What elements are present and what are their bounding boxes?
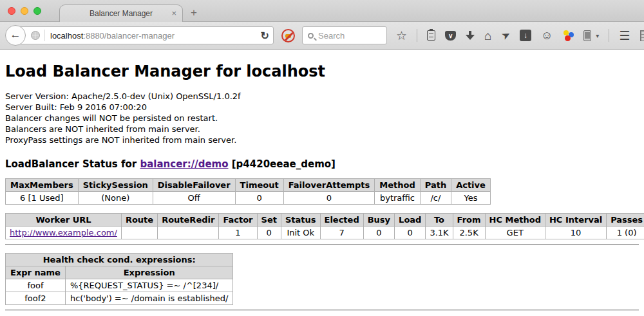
url-bar[interactable]: localhost:8880/balancer-manager ↻ xyxy=(15,26,274,44)
col-header-expr-name: Expr name xyxy=(6,266,66,279)
balancer-demo-link[interactable]: balancer://demo xyxy=(140,158,228,170)
worker-table: Worker URL Route RouteRedir Factor Set S… xyxy=(5,213,644,239)
section-divider xyxy=(5,244,639,245)
balancer-status-heading: LoadBalancer Status for balancer://demo … xyxy=(5,158,639,170)
cell-routeredir xyxy=(158,227,219,239)
col-header-routeredir: RouteRedir xyxy=(158,214,219,227)
reload-icon[interactable]: ↻ xyxy=(261,30,269,42)
col-header-to: To xyxy=(426,214,453,227)
cell-from: 2.5K xyxy=(453,227,485,239)
table-row: http://www.example.com/ 1 0 Init Ok 7 0 … xyxy=(6,227,644,239)
col-header-status: Status xyxy=(281,214,320,227)
back-arrow-icon: ← xyxy=(10,28,21,41)
table-row: 6 [1 Used] (None) Off 0 0 bytraffic /c/ … xyxy=(6,192,491,205)
col-header-hc-method: HC Method xyxy=(485,214,545,227)
page-bottom-divider xyxy=(5,310,639,311)
cell-method: bytraffic xyxy=(375,192,420,205)
device-extension-icon[interactable] xyxy=(583,30,591,41)
back-button[interactable]: ← xyxy=(5,25,26,46)
col-header-worker-url: Worker URL xyxy=(6,214,122,227)
close-window-button[interactable] xyxy=(8,7,15,15)
url-host: localhost xyxy=(50,31,83,41)
browser-tab[interactable]: Balancer Manager × xyxy=(59,5,183,22)
col-header-disablefailover: DisableFailover xyxy=(153,179,235,192)
cell-busy: 0 xyxy=(363,227,394,239)
col-header-failoverattempts: FailoverAttempts xyxy=(283,179,375,192)
col-header-active: Active xyxy=(451,179,491,192)
search-input[interactable] xyxy=(318,31,376,41)
hamburger-menu-icon[interactable]: ☰ xyxy=(619,30,630,42)
titlebar: Balancer Manager × + xyxy=(0,0,644,22)
content-blocked-icon[interactable] xyxy=(281,29,295,42)
col-header-elected: Elected xyxy=(320,214,363,227)
url-path: :8880/balancer-manager xyxy=(83,31,175,41)
health-check-table: Health check cond. expressions: Expr nam… xyxy=(5,253,233,305)
bookmark-star-icon[interactable]: ☆ xyxy=(396,30,407,42)
toolbar-separator xyxy=(609,29,609,42)
video-download-extension-icon[interactable]: ↓ xyxy=(520,30,531,41)
col-header-factor: Factor xyxy=(219,214,257,227)
cell-to: 3.1K xyxy=(426,227,453,239)
cell-hc-method: GET xyxy=(485,227,545,239)
reading-list-icon[interactable] xyxy=(427,30,435,41)
url-text[interactable]: localhost:8880/balancer-manager xyxy=(50,31,175,41)
toolbar-icons: ☆ ∨ ⌂ ➤ ↓ ☺ ▾ ☰ xyxy=(396,29,644,42)
table-header-row: MaxMembers StickySession DisableFailover… xyxy=(6,179,491,192)
zoom-window-button[interactable] xyxy=(33,7,41,15)
url-separator xyxy=(44,30,45,41)
blocked-slash-glyph xyxy=(282,30,295,42)
persist-notice-line: Balancer changes will NOT be persisted o… xyxy=(5,113,639,124)
col-header-maxmembers: MaxMembers xyxy=(6,179,79,192)
worker-url-link[interactable]: http://www.example.com/ xyxy=(10,228,117,237)
share-icon[interactable]: ➤ xyxy=(500,29,512,42)
col-header-path: Path xyxy=(420,179,451,192)
col-header-expression: Expression xyxy=(65,266,233,279)
tab-groups-icon[interactable] xyxy=(640,30,644,41)
table-header-row: Expr name Expression xyxy=(6,266,233,279)
server-info: Server Version: Apache/2.5.0-dev (Unix) … xyxy=(5,91,639,145)
downloads-icon[interactable] xyxy=(466,30,475,41)
table-row: foof %{REQUEST_STATUS} =~ /^[234]/ xyxy=(6,279,233,292)
cell-expr-name: foof xyxy=(6,279,66,292)
home-icon[interactable]: ⌂ xyxy=(484,30,491,42)
cell-expression: hc('body') =~ /domain is established/ xyxy=(65,292,233,305)
table-row: foof2 hc('body') =~ /domain is establish… xyxy=(6,292,233,305)
new-tab-button[interactable]: + xyxy=(191,6,197,19)
cell-timeout: 0 xyxy=(235,192,283,205)
cell-disablefailover: Off xyxy=(153,192,235,205)
cell-elected: 7 xyxy=(320,227,363,239)
page-content: Load Balancer Manager for localhost Serv… xyxy=(0,50,644,315)
cell-expr-name: foof2 xyxy=(6,292,66,305)
proxypass-notice-line: ProxyPass settings are NOT inherited fro… xyxy=(5,135,639,145)
balancer-settings-table: MaxMembers StickySession DisableFailover… xyxy=(5,178,491,205)
col-header-hc-interval: HC Interval xyxy=(545,214,606,227)
chevron-down-icon[interactable]: ▾ xyxy=(596,32,599,39)
minimize-window-button[interactable] xyxy=(21,7,28,15)
extension-dots-icon[interactable] xyxy=(562,30,574,41)
col-header-method: Method xyxy=(375,179,420,192)
cell-load: 0 xyxy=(395,227,426,239)
tab-close-icon[interactable]: × xyxy=(171,8,176,18)
col-header-load: Load xyxy=(395,214,426,227)
col-header-stickysession: StickySession xyxy=(78,179,153,192)
pocket-icon[interactable]: ∨ xyxy=(445,31,456,41)
server-built-line: Server Built: Feb 9 2016 07:00:20 xyxy=(5,102,639,113)
window-controls xyxy=(8,7,41,15)
browser-window: Balancer Manager × + ← localhost:8880/ba… xyxy=(0,0,644,316)
search-icon xyxy=(308,33,314,39)
cell-active: Yes xyxy=(451,192,491,205)
cell-hc-interval: 10 xyxy=(545,227,606,239)
search-bar[interactable] xyxy=(302,26,387,44)
cell-failoverattempts: 0 xyxy=(283,192,375,205)
feedback-smiley-icon[interactable]: ☺ xyxy=(541,30,553,41)
cell-factor: 1 xyxy=(219,227,257,239)
health-table-title: Health check cond. expressions: xyxy=(6,254,233,266)
col-header-set: Set xyxy=(257,214,281,227)
cell-passes: 1 (0) xyxy=(607,227,644,239)
table-title-row: Health check cond. expressions: xyxy=(6,254,233,266)
navigation-toolbar: ← localhost:8880/balancer-manager ↻ ☆ ∨ … xyxy=(0,22,644,50)
table-header-row: Worker URL Route RouteRedir Factor Set S… xyxy=(6,214,644,227)
page-title: Load Balancer Manager for localhost xyxy=(5,50,639,80)
cell-route xyxy=(121,227,157,239)
cell-stickysession: (None) xyxy=(78,192,153,205)
